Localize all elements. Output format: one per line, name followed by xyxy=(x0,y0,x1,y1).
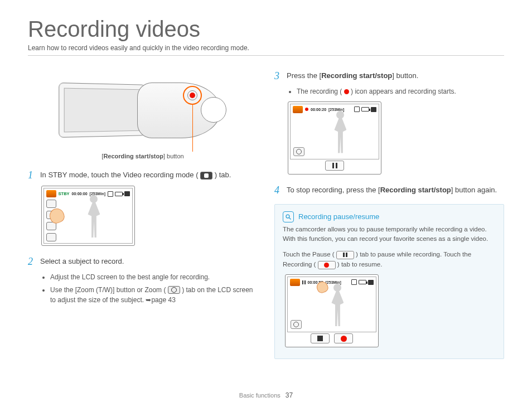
tip-box: Recording pause/resume The camcorder all… xyxy=(274,204,504,359)
record-icon xyxy=(318,261,336,269)
battery-icon xyxy=(115,192,123,196)
step-2-number: 2 xyxy=(28,256,36,268)
step-4: 4 To stop recording, press the [Recordin… xyxy=(274,185,504,196)
camcorder-caption: [Recording start/stop] button xyxy=(28,153,258,159)
lcd-screenshot-recording: 00:00:20 [253Min] xyxy=(288,101,381,175)
step-2-bullet-2: Use the [Zoom (T/W)] button or Zoom ( ) … xyxy=(50,285,258,306)
step-1: 1 In STBY mode, touch the Video recordin… xyxy=(28,169,258,181)
svg-point-0 xyxy=(286,215,289,218)
step-3-number: 3 xyxy=(274,70,282,82)
camcorder-lens xyxy=(201,97,226,123)
smart-badge-icon xyxy=(46,190,56,197)
stop-button[interactable] xyxy=(311,333,330,343)
step-2-text: Select a subject to record. xyxy=(40,256,124,268)
stby-label: STBY xyxy=(59,191,70,196)
subject-silhouette xyxy=(328,111,351,158)
storage-icon xyxy=(124,191,130,196)
caption-suffix: ] button xyxy=(163,153,184,159)
page-subtitle: Learn how to record videos easily and qu… xyxy=(28,44,504,56)
lcd-screenshot-stby: STBY 00:00:00 [253Min] xyxy=(41,186,135,246)
record-dot-icon xyxy=(344,89,349,94)
step-3: 3 Press the [Recording start/stop] butto… xyxy=(274,70,504,82)
step-4-text: To stop recording, press the [Recording … xyxy=(287,185,497,196)
side-button-1[interactable] xyxy=(46,200,56,208)
storage-icon xyxy=(368,280,374,285)
pause-icon xyxy=(336,251,354,259)
video-mode-icon xyxy=(200,172,212,180)
record-button-highlight xyxy=(183,86,202,105)
storage-icon xyxy=(371,107,376,112)
card-icon xyxy=(351,279,357,285)
tip-title: Recording pause/resume xyxy=(298,212,379,221)
step-1-text: In STBY mode, touch the Video recording … xyxy=(40,169,231,181)
lcd2-time: 00:00:20 xyxy=(311,108,326,112)
pause-button[interactable] xyxy=(325,161,344,171)
page-footer: Basic functions 37 xyxy=(0,391,532,399)
subject-silhouette xyxy=(82,195,104,242)
step-2-bullets: Adjust the LCD screen to the best angle … xyxy=(42,272,258,306)
step-4-number: 4 xyxy=(274,185,282,196)
subject-silhouette xyxy=(326,284,348,331)
step-1-number: 1 xyxy=(28,169,36,181)
step-2-bullet-1: Adjust the LCD screen to the best angle … xyxy=(50,272,258,283)
lcd-screenshot-paused: 00:00:55 [253Min] xyxy=(285,274,379,347)
zoom-icon xyxy=(168,286,180,294)
card-icon xyxy=(354,106,360,112)
camcorder-illustration: [Recording start/stop] button xyxy=(28,72,258,159)
card-icon xyxy=(108,191,113,197)
side-button-4[interactable] xyxy=(46,233,56,241)
smart-badge-icon xyxy=(293,106,303,113)
caption-label: Recording start/stop xyxy=(103,153,163,159)
zoom-button[interactable] xyxy=(291,320,302,329)
tip-instruction: Touch the Pause ( ) tab to pause while r… xyxy=(283,249,496,270)
step-2: 2 Select a subject to record. xyxy=(28,256,258,268)
footer-section: Basic functions xyxy=(239,392,280,399)
zoom-button[interactable] xyxy=(293,147,304,156)
battery-icon xyxy=(361,107,369,112)
tip-body: The camcorder allows you to pause tempor… xyxy=(283,225,496,244)
battery-icon xyxy=(359,280,366,284)
camcorder-lcd xyxy=(59,83,145,138)
smart-badge-icon xyxy=(290,279,300,286)
record-button[interactable] xyxy=(334,333,353,343)
footer-page-number: 37 xyxy=(286,391,293,399)
step-3-bullets: The recording ( ) icon appears and recor… xyxy=(289,86,504,97)
page-title: Recording videos xyxy=(28,17,504,42)
step-3-bullet-1: The recording ( ) icon appears and recor… xyxy=(297,86,504,97)
magnifier-icon xyxy=(283,211,294,222)
rec-indicator-icon xyxy=(305,108,308,111)
svg-line-1 xyxy=(289,217,291,219)
callout-line xyxy=(192,104,194,152)
step-3-text: Press the [Recording start/stop] button. xyxy=(287,70,418,82)
